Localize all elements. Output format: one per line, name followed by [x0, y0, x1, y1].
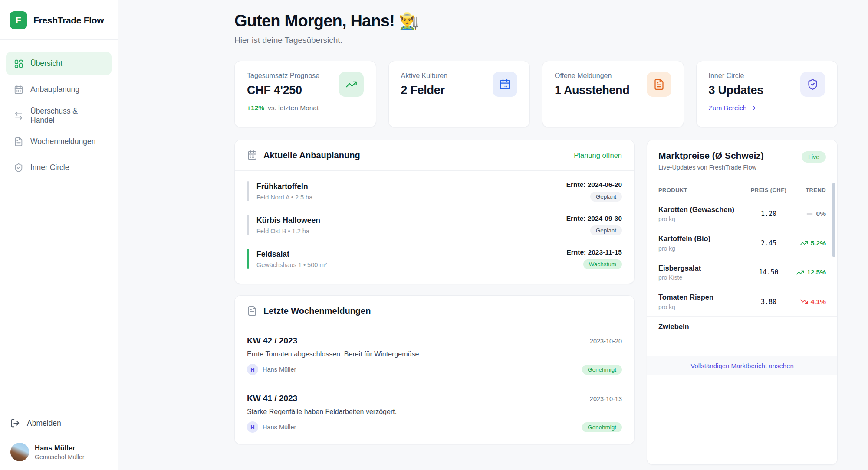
market-panel-spacer [647, 375, 837, 464]
entry-top: KW 42 / 2023 2023-10-20 [247, 336, 622, 346]
planning-card: Aktuelle Anbauplanung Planung öffnen Frü… [234, 140, 635, 284]
stat-delta-row: +12% vs. letzten Monat [247, 104, 364, 112]
calendar-icon [499, 78, 511, 90]
crop-name: Kürbis Halloween [256, 216, 320, 225]
report-author-row: H Hans Müller Genehmigt [247, 364, 622, 375]
report-week: KW 42 / 2023 [247, 336, 297, 346]
stat-card-aktive-kulturen: Aktive Kulturen 2 Felder [388, 61, 530, 127]
harvest-date: Ernte: 2024-09-30 [566, 215, 622, 222]
stat-texts: Tagesumsatz Prognose CHF 4'250 [247, 72, 319, 97]
app-logo: F [10, 11, 27, 29]
app-title: FreshTrade Flow [33, 15, 104, 26]
open-planning-link[interactable]: Planung öffnen [574, 151, 622, 160]
document-icon [247, 306, 257, 316]
sidebar-item-ueberschuss-handel[interactable]: Überschuss & Handel [6, 104, 112, 127]
column-produkt: PRODUKT [658, 187, 750, 193]
market-row: Tomaten Rispen pro kg 3.80 4.1% [647, 287, 837, 316]
reports-header: Letzte Wochenmeldungen [235, 296, 634, 326]
trend-value: 12.5% [807, 268, 826, 276]
status-badge: Wachstum [583, 259, 622, 269]
stat-label: Tagesumsatz Prognose [247, 72, 319, 80]
trend-up-icon [800, 239, 808, 247]
farmer-emoji: 👨‍🌾 [399, 12, 419, 30]
trend-cell: 12.5% [788, 268, 826, 277]
report-week: KW 41 / 2023 [247, 394, 297, 403]
stat-value: 3 Updates [709, 84, 763, 97]
sidebar-item-label: Wochenmeldungen [30, 137, 95, 146]
status-bar [247, 181, 249, 201]
user-org: Gemüsehof Müller [35, 454, 84, 460]
sidebar-item-label: Überschuss & Handel [30, 107, 104, 125]
market-row: Eisbergsalat pro Kiste 14.50 12.5% [647, 258, 837, 287]
reports-card: Letzte Wochenmeldungen KW 42 / 2023 2023… [234, 295, 635, 444]
stat-label: Offene Meldungen [555, 72, 629, 80]
author-name: Hans Müller [263, 366, 296, 373]
sidebar: F FreshTrade Flow Übersicht Anbauplanung… [0, 0, 118, 470]
trend-value: 5.2% [811, 239, 826, 247]
status-bar [247, 215, 249, 235]
planning-row: Frühkartoffeln Feld Nord A • 2.5 ha Ernt… [247, 174, 622, 208]
flat-trend-icon [806, 210, 814, 218]
page-subtitle: Hier ist deine Tagesübersicht. [234, 36, 838, 45]
approval-badge: Genehmigt [582, 365, 622, 375]
product-name: Karotten (Gewaschen) [658, 205, 750, 214]
status-badge: Geplant [590, 192, 622, 202]
market-subtitle: Live-Updates von FreshTrade Flow [658, 164, 826, 171]
trend-cell: 0% [788, 210, 826, 218]
harvest-date: Ernte: 2024-06-20 [566, 181, 622, 189]
crop-details: Feld Ost B • 1.2 ha [256, 228, 320, 235]
market-report-link[interactable]: Vollständigen Marktbericht ansehen [647, 356, 837, 375]
stat-texts: Offene Meldungen 1 Ausstehend [555, 72, 629, 97]
product-price: 14.50 [750, 268, 788, 276]
user-info: Hans Müller Gemüsehof Müller [35, 444, 84, 460]
stat-card-offene-meldungen: Offene Meldungen 1 Ausstehend [542, 61, 684, 127]
stat-label: Aktive Kulturen [401, 72, 448, 80]
market-header: Marktpreise (Ø Schweiz) Live-Updates von… [647, 140, 837, 180]
stat-top: Aktive Kulturen 2 Felder [401, 72, 518, 97]
stat-icon-box [339, 72, 364, 97]
crop-name: Feldsalat [256, 250, 327, 259]
product-cell: Zwiebeln [658, 322, 826, 331]
inner-circle-link[interactable]: Zum Bereich [709, 104, 757, 112]
report-date: 2023-10-20 [590, 338, 622, 345]
product-unit: pro kg [658, 245, 750, 252]
trend-cell: 4.1% [788, 297, 826, 306]
entry-top: KW 41 / 2023 2023-10-13 [247, 394, 622, 403]
stat-value: CHF 4'250 [247, 84, 319, 97]
product-cell: Eisbergsalat pro Kiste [658, 264, 750, 281]
crop-info: Kürbis Halloween Feld Ost B • 1.2 ha [256, 216, 320, 235]
stat-value: 2 Felder [401, 84, 448, 97]
trend-down-icon [800, 297, 808, 306]
report-author-row: H Hans Müller Genehmigt [247, 421, 622, 433]
sidebar-item-uebersicht[interactable]: Übersicht [6, 52, 112, 75]
sidebar-item-inner-circle[interactable]: Inner Circle [6, 156, 112, 179]
content-columns: Aktuelle Anbauplanung Planung öffnen Frü… [234, 140, 838, 465]
user-name: Hans Müller [35, 444, 84, 452]
author-avatar: H [247, 364, 258, 375]
column-trend: TREND [788, 187, 826, 193]
planning-row: Kürbis Halloween Feld Ost B • 1.2 ha Ern… [247, 208, 622, 242]
stat-icon-box [647, 72, 671, 97]
logout-button[interactable]: Abmelden [10, 412, 107, 434]
report-entry: KW 42 / 2023 2023-10-20 Ernte Tomaten ab… [247, 336, 622, 375]
report-entries: KW 42 / 2023 2023-10-20 Ernte Tomaten ab… [235, 326, 634, 444]
app-root: F FreshTrade Flow Übersicht Anbauplanung… [0, 0, 868, 470]
shield-check-icon [807, 78, 819, 90]
stat-top: Inner Circle 3 Updates [709, 72, 825, 97]
stat-label: Inner Circle [709, 72, 763, 80]
swap-arrows-icon [14, 111, 23, 121]
avatar [10, 443, 29, 461]
inner-circle-link-label: Zum Bereich [709, 104, 747, 112]
dashboard-grid-icon [14, 59, 23, 69]
sidebar-item-anbauplanung[interactable]: Anbauplanung [6, 78, 112, 101]
stat-top: Offene Meldungen 1 Ausstehend [555, 72, 671, 97]
user-profile[interactable]: Hans Müller Gemüsehof Müller [10, 443, 107, 461]
product-cell: Karotten (Gewaschen) pro kg [658, 205, 750, 222]
scrollbar-thumb[interactable] [832, 183, 835, 257]
main-content: Guten Morgen, Hans! 👨‍🌾 Hier ist deine T… [118, 0, 868, 470]
brand: F FreshTrade Flow [0, 6, 118, 40]
market-row: Karotten (Gewaschen) pro kg 1.20 0% [647, 199, 837, 228]
column-preis: PREIS (CHF) [750, 187, 788, 193]
sidebar-nav: Übersicht Anbauplanung Überschuss & Hand… [6, 52, 112, 182]
sidebar-item-wochenmeldungen[interactable]: Wochenmeldungen [6, 130, 112, 153]
